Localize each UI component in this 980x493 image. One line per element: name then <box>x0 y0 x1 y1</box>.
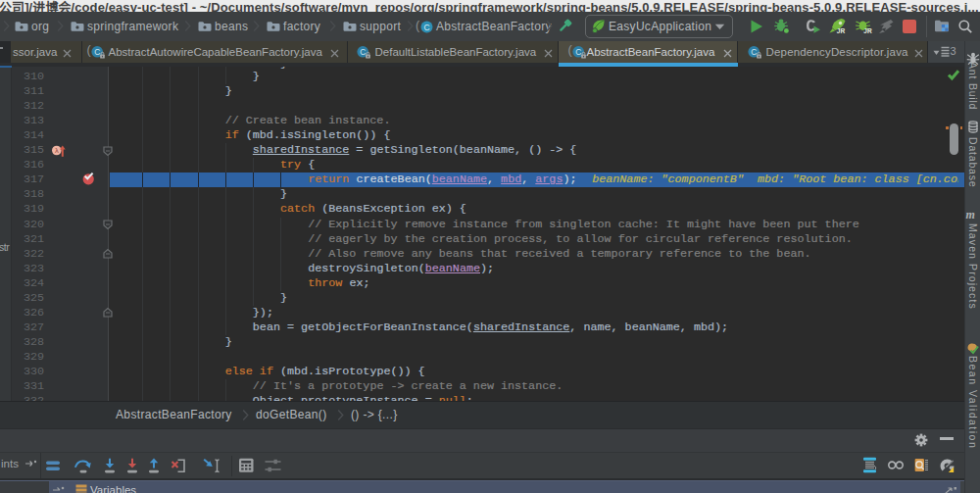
svg-text:C: C <box>423 23 429 32</box>
svg-text:C: C <box>94 47 100 57</box>
svg-text:C: C <box>360 47 366 57</box>
svg-text:JR: JR <box>863 27 872 34</box>
svg-text:C: C <box>575 47 581 57</box>
svg-text:λ: λ <box>54 146 58 155</box>
svg-text:JR: JR <box>837 27 846 34</box>
svg-text:C: C <box>751 47 757 57</box>
